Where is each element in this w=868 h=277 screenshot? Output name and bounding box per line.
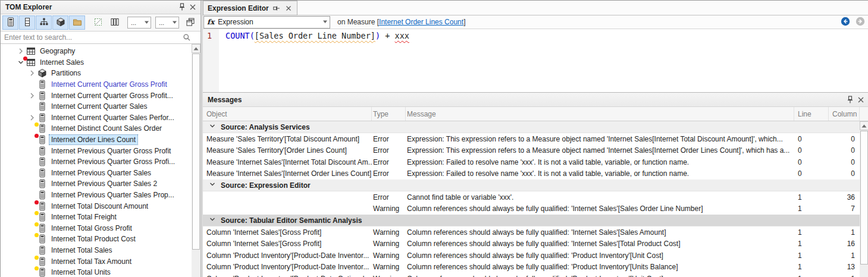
message-row[interactable]: Measure 'Internet Sales'[Internet Total … <box>203 156 860 168</box>
caret-down-icon <box>144 18 149 27</box>
search-options-caret-icon[interactable] <box>192 32 198 43</box>
message-column: 0 <box>829 169 860 178</box>
partitions-toggle-button[interactable] <box>52 15 68 30</box>
expander-spacer <box>27 179 37 188</box>
dax-function: COUNT( <box>225 31 255 40</box>
measure-icon <box>37 113 47 122</box>
chevron-right-icon[interactable] <box>16 46 26 56</box>
tree-item[interactable]: Internet Current Quarter Sales <box>1 101 200 112</box>
tree-item[interactable]: Internet Total Units <box>1 267 200 277</box>
expression-editor-tabstrip: Expression Editor <box>203 1 868 15</box>
messages-scrollbar-thumb[interactable] <box>860 131 868 265</box>
chevron-right-icon[interactable] <box>27 113 37 122</box>
message-row[interactable]: Measure 'Internet Sales'[Internet Order … <box>203 168 860 180</box>
tree-item[interactable]: Internet Total Gross Profit <box>1 223 200 234</box>
message-row[interactable]: Measure 'Sales Territory'[Total Discount… <box>203 133 860 145</box>
layers-icon <box>186 17 195 29</box>
show-hidden-objects-button[interactable] <box>90 15 106 30</box>
measures-toggle-button[interactable] <box>2 15 18 30</box>
tree-item[interactable]: Internet Current Quarter Sales Perfor... <box>1 112 200 124</box>
filter-combo-2[interactable]: ... <box>155 17 179 29</box>
message-group-header[interactable]: Source: Tabular Editor Semantic Analysis <box>203 215 860 226</box>
close-icon[interactable] <box>284 3 293 14</box>
column-header-column[interactable]: Column <box>829 107 860 121</box>
tree-item[interactable]: Internet Total Discount Amount <box>1 200 200 212</box>
fx-icon: fx <box>207 18 214 26</box>
dax-code-editor[interactable]: 1 COUNT([Sales Order Line Number]) + xxx <box>203 29 868 92</box>
tree-item[interactable]: Internet Previous Quarter Gross Profit <box>1 145 200 156</box>
unpin-icon[interactable] <box>272 3 281 14</box>
message-row[interactable]: ErrorCannot find table or variable 'xxx'… <box>203 191 860 203</box>
hierarchies-toggle-button[interactable] <box>36 15 52 30</box>
message-group-header[interactable]: Source: Analysis Services <box>203 121 860 133</box>
column-header-message[interactable]: Message <box>406 107 794 121</box>
tree-item-label: Internet Total Gross Profit <box>49 224 134 233</box>
search-input[interactable] <box>1 32 200 43</box>
message-row[interactable]: Column 'Product Inventory'[Product-Date … <box>203 250 860 262</box>
message-object: Measure 'Internet Sales'[Internet Order … <box>203 169 372 178</box>
tree-scrollbar-thumb[interactable] <box>192 53 200 250</box>
message-object: Column 'Product Inventory'[Product-Date … <box>203 251 372 260</box>
message-row[interactable]: Column 'Product Inventory'[Product-Date … <box>203 273 860 277</box>
measure-icon <box>37 124 47 133</box>
navigate-back-icon[interactable] <box>841 17 850 28</box>
tree-item[interactable]: Internet Total Product Cost <box>1 234 200 245</box>
tree-item[interactable]: Internet Distinct Count Sales Order <box>1 123 200 134</box>
tree-item[interactable]: Internet Previous Quarter Sales Prop... <box>1 190 200 201</box>
tree-item[interactable]: Internet Previous Quarter Gross Profi... <box>1 156 200 168</box>
pin-icon[interactable] <box>845 95 856 105</box>
chevron-right-icon[interactable] <box>27 91 37 100</box>
message-group-header[interactable]: Source: Expression Editor <box>203 180 860 191</box>
hidden-objects-icon <box>93 17 103 29</box>
tab-expression-editor[interactable]: Expression Editor <box>203 1 297 15</box>
display-folders-toggle-button[interactable] <box>69 15 85 30</box>
message-column: 7 <box>829 204 860 213</box>
cube-icon <box>37 68 47 78</box>
message-row[interactable]: Measure 'Sales Territory'[Order Lines Co… <box>203 145 860 157</box>
tree-item[interactable]: Internet Previous Quarter Sales <box>1 168 200 179</box>
message-row[interactable]: Column 'Internet Sales'[Gross Profit]War… <box>203 226 860 238</box>
tree-scrollbar[interactable] <box>192 44 200 277</box>
close-icon[interactable] <box>187 2 198 12</box>
cascade-windows-button[interactable] <box>182 15 198 30</box>
tree-item[interactable]: Internet Total Sales <box>1 245 200 256</box>
tom-explorer-toolbar: ...... <box>1 14 200 32</box>
tree-item[interactable]: Internet Sales <box>1 57 200 68</box>
tree-item[interactable]: Geography <box>1 46 200 57</box>
line-number-gutter: 1 <box>203 29 219 92</box>
search-icon[interactable] <box>181 32 192 43</box>
tree-item[interactable]: Internet Total Freight <box>1 212 200 223</box>
tree-item[interactable]: Internet Previous Quarter Sales 2 <box>1 178 200 190</box>
messages-scrollbar[interactable] <box>860 121 868 277</box>
tree-item[interactable]: Partitions <box>1 68 200 79</box>
tree-item[interactable]: Internet Current Quarter Gross Profit <box>1 79 200 90</box>
messages-title: Messages <box>208 96 845 104</box>
chevron-right-icon[interactable] <box>27 68 37 78</box>
chevron-down-icon[interactable] <box>208 180 217 191</box>
tree-item[interactable]: Internet Order Lines Count <box>1 134 200 146</box>
measure-icon <box>37 80 47 89</box>
column-header-type[interactable]: Type <box>372 107 406 121</box>
message-line: 0 <box>794 158 829 166</box>
chevron-down-icon[interactable] <box>208 121 217 133</box>
message-row[interactable]: Column 'Internet Sales'[Gross Profit]War… <box>203 238 860 250</box>
column-header-line[interactable]: Line <box>794 107 829 121</box>
column-view-button[interactable] <box>106 15 123 30</box>
code-line[interactable]: COUNT([Sales Order Line Number]) + xxx <box>225 31 409 40</box>
expander-spacer <box>27 245 37 255</box>
chevron-down-icon[interactable] <box>208 215 217 226</box>
tree-item[interactable]: Internet Current Quarter Gross Profit... <box>1 90 200 101</box>
measure-link[interactable]: Internet Order Lines Count <box>379 18 463 26</box>
pin-icon[interactable] <box>177 2 187 12</box>
message-row[interactable]: WarningColumn references should always b… <box>203 203 860 215</box>
column-header-object[interactable]: Object <box>203 107 372 121</box>
expression-type-dropdown[interactable]: fx Expression <box>203 16 330 29</box>
tree-item[interactable]: Internet Total Tax Amount <box>1 256 200 267</box>
scroll-up-icon[interactable] <box>860 121 868 130</box>
columns-toggle-button[interactable] <box>19 15 35 30</box>
message-row[interactable]: Column 'Product Inventory'[Product-Date … <box>203 262 860 273</box>
message-object: Measure 'Internet Sales'[Internet Total … <box>203 158 372 166</box>
close-icon[interactable] <box>856 95 866 105</box>
scroll-up-icon[interactable] <box>192 44 200 53</box>
filter-combo-1[interactable]: ... <box>127 17 151 29</box>
